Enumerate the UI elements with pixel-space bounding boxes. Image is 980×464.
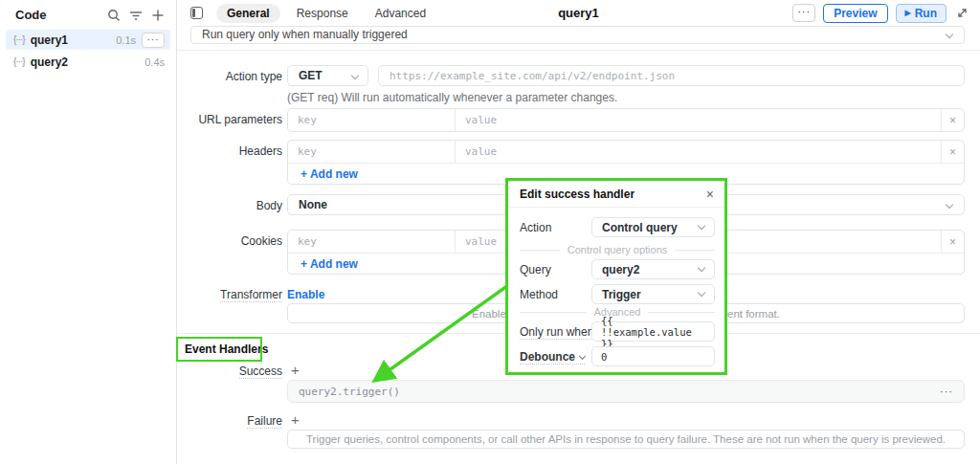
close-icon[interactable]: × bbox=[706, 188, 714, 200]
popup-method-label: Method bbox=[520, 288, 558, 301]
query-title: query1 bbox=[558, 6, 599, 20]
url-param-value-input[interactable] bbox=[456, 109, 941, 131]
sidebar-header: Code bbox=[0, 0, 176, 28]
run-button-label: Run bbox=[915, 5, 937, 22]
tab-general[interactable]: General bbox=[216, 4, 280, 23]
action-type-value: GET bbox=[299, 69, 323, 82]
add-query-icon[interactable] bbox=[151, 9, 165, 22]
popup-debounce-label-text: Debounce bbox=[520, 350, 575, 364]
panel-toggle-icon[interactable] bbox=[190, 7, 203, 19]
popup-debounce-value: 0 bbox=[601, 351, 607, 363]
filter-icon[interactable] bbox=[129, 9, 143, 22]
run-trigger-value: Run query only when manually triggered bbox=[202, 28, 408, 41]
popup-header: Edit success handler × bbox=[508, 181, 724, 208]
divider bbox=[177, 50, 980, 51]
tab-advanced[interactable]: Advanced bbox=[365, 4, 436, 23]
query-name: query1 bbox=[31, 33, 111, 47]
chevron-down-icon bbox=[579, 352, 586, 359]
chevron-down-icon bbox=[698, 264, 705, 272]
play-icon: ▶ bbox=[905, 10, 911, 17]
failure-placeholder: Trigger queries, control components, or … bbox=[306, 433, 946, 445]
cookies-add-new-link[interactable]: + Add new bbox=[301, 257, 358, 271]
headers-label: Headers bbox=[177, 144, 282, 158]
chevron-down-icon bbox=[946, 31, 953, 38]
failure-handler-field[interactable]: Trigger queries, control components, or … bbox=[287, 430, 965, 449]
body-label: Body bbox=[177, 199, 282, 212]
editor-topbar: General Response Advanced query1 ··· Pre… bbox=[177, 0, 980, 26]
action-type-select[interactable]: GET bbox=[287, 65, 368, 86]
action-type-hint: (GET req) Will run automatically wheneve… bbox=[287, 91, 617, 104]
popup-method-select[interactable]: Trigger bbox=[591, 284, 715, 304]
success-handler-code: query2.trigger() bbox=[299, 386, 940, 398]
editor-tabs: General Response Advanced bbox=[216, 4, 436, 23]
more-actions-button[interactable]: ··· bbox=[792, 4, 815, 22]
edit-success-handler-popup: Edit success handler × Action Control qu… bbox=[505, 178, 727, 375]
event-handlers-title: Event Handlers bbox=[185, 342, 268, 356]
action-type-label: Action type bbox=[177, 70, 282, 83]
cookie-key-input[interactable] bbox=[288, 231, 455, 253]
header-value-input[interactable] bbox=[456, 141, 941, 163]
url-input[interactable] bbox=[378, 65, 965, 86]
popup-section-divider: Control query options bbox=[520, 244, 715, 255]
headers-add-new-link[interactable]: + Add new bbox=[301, 167, 358, 181]
success-label-text: Success bbox=[239, 365, 282, 379]
body-value: None bbox=[299, 198, 327, 211]
popup-title: Edit success handler bbox=[520, 188, 706, 201]
transformer-label: Transformer bbox=[177, 288, 282, 301]
query-name: query2 bbox=[31, 55, 140, 69]
url-param-key-input[interactable] bbox=[288, 109, 455, 131]
search-icon[interactable] bbox=[107, 9, 121, 22]
add-success-handler-button[interactable]: + bbox=[291, 365, 300, 376]
popup-debounce-label: Debounce bbox=[520, 350, 585, 365]
query-more-button[interactable]: ··· bbox=[142, 33, 165, 48]
url-parameters-label: URL parameters bbox=[177, 113, 282, 126]
preview-button[interactable]: Preview bbox=[823, 4, 887, 23]
popup-query-value: query2 bbox=[602, 263, 699, 276]
braces-icon: {···} bbox=[13, 34, 25, 45]
expand-icon[interactable] bbox=[956, 7, 969, 19]
popup-debounce-input[interactable]: 0 bbox=[591, 346, 715, 366]
popup-query-select[interactable]: query2 bbox=[591, 259, 715, 279]
code-sidebar: Code {···} query1 0.1s ··· {···} query2 … bbox=[0, 0, 177, 464]
failure-label: Failure bbox=[177, 414, 282, 428]
transformer-enable-link[interactable]: Enable bbox=[287, 288, 324, 301]
handler-more-button[interactable]: ··· bbox=[940, 386, 953, 397]
chevron-down-icon bbox=[351, 72, 359, 79]
popup-method-value: Trigger bbox=[602, 288, 699, 301]
popup-action-select[interactable]: Control query bbox=[591, 217, 715, 237]
url-parameters-editor: × bbox=[287, 108, 965, 132]
run-button[interactable]: ▶ Run bbox=[896, 4, 947, 23]
sidebar-title: Code bbox=[15, 8, 107, 22]
chevron-down-icon bbox=[946, 201, 953, 209]
popup-only-run-when-input[interactable]: {{ !!example.value }} bbox=[591, 321, 715, 342]
success-handler-field[interactable]: query2.trigger() ··· bbox=[287, 380, 965, 403]
chevron-down-icon bbox=[698, 222, 705, 230]
failure-label-text: Failure bbox=[247, 414, 282, 429]
transformer-label-text: Transformer bbox=[220, 288, 282, 302]
popup-section-divider-text: Control query options bbox=[568, 244, 668, 255]
chevron-down-icon bbox=[698, 289, 705, 297]
popup-query-label: Query bbox=[520, 263, 551, 276]
remove-row-button[interactable]: × bbox=[941, 109, 964, 131]
remove-row-button[interactable]: × bbox=[941, 231, 964, 253]
sidebar-item-query2[interactable]: {···} query2 0.4s bbox=[6, 52, 170, 72]
sidebar-item-query1[interactable]: {···} query1 0.1s ··· bbox=[6, 30, 170, 50]
success-label: Success bbox=[177, 365, 282, 378]
popup-action-label: Action bbox=[520, 221, 551, 234]
tab-response[interactable]: Response bbox=[286, 4, 359, 23]
popup-action-value: Control query bbox=[602, 221, 699, 234]
popup-only-run-when-value: {{ !!example.value }} bbox=[601, 315, 705, 349]
run-trigger-select[interactable]: Run query only when manually triggered bbox=[190, 26, 965, 44]
cookies-label: Cookies bbox=[177, 234, 282, 248]
query-duration: 0.4s bbox=[145, 56, 165, 68]
popup-only-run-when-label: Only run when bbox=[520, 325, 593, 340]
query-editor-app: Code {···} query1 0.1s ··· {···} query2 … bbox=[0, 0, 980, 464]
remove-row-button[interactable]: × bbox=[941, 141, 964, 163]
braces-icon: {···} bbox=[13, 56, 25, 67]
query-duration: 0.1s bbox=[116, 34, 136, 46]
add-failure-handler-button[interactable]: + bbox=[291, 414, 300, 426]
header-key-input[interactable] bbox=[288, 141, 455, 163]
